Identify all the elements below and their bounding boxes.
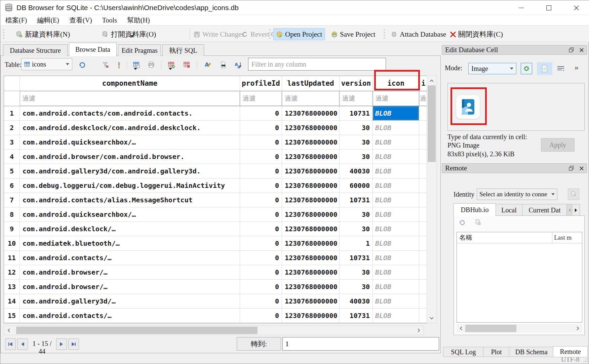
row-number-cell[interactable]: 7 [4,193,20,207]
remote-refresh-button[interactable] [459,219,465,226]
cell-profileId[interactable]: 0 [240,309,282,323]
cell-componentName[interactable]: com.mediatek.bluetooth/… [20,236,240,251]
cell-icon-blob[interactable]: BLOB [373,251,419,265]
row-number-cell[interactable]: 8 [4,207,20,222]
new-database-button[interactable]: 新建資料庫(N) [16,29,70,39]
cell-lastUpdated[interactable]: 1230768000000 [282,280,340,294]
toolbar-drag-handle[interactable] [269,29,271,39]
column-header-profileId[interactable]: profileId [240,76,282,91]
cell-componentName[interactable]: com.android.gallery3d/com.android.galler… [20,164,240,178]
tab-execute-sql[interactable]: 執行 SQL [162,44,204,56]
cell-lastUpdated[interactable]: 1230768000000 [282,178,340,193]
filter-cell-icon[interactable]: 過濾 [373,91,419,106]
word-wrap-button[interactable] [556,65,566,73]
cell-version[interactable]: 1 [340,236,373,251]
menu-edit[interactable]: 編輯(E) [32,15,64,26]
cell-profileId[interactable]: 0 [240,121,282,135]
cell-version[interactable]: 10731 [340,106,373,121]
cell-profileId[interactable]: 0 [240,265,282,280]
bottom-tab-db-schema[interactable]: DB Schema [509,347,554,357]
row-number-cell[interactable]: 13 [4,280,20,294]
menu-view[interactable]: 查看(V) [64,15,97,26]
row-number-cell[interactable]: 9 [4,222,20,236]
row-number-cell[interactable]: 1 [4,106,20,121]
cell-icon-blob[interactable]: BLOB [373,150,419,164]
toolbar-drag-handle[interactable] [3,29,4,39]
float-panel-icon[interactable] [569,47,574,52]
scroll-left-arrow[interactable] [5,326,13,335]
refresh-button[interactable] [77,60,87,70]
horizontal-scrollbar-thumb[interactable] [465,325,516,332]
scroll-right-arrow[interactable] [415,326,423,335]
cell-componentName[interactable]: com.android.browser/… [20,265,240,280]
cell-icon-blob[interactable]: BLOB [373,265,419,280]
cell-version[interactable]: 30 [340,121,373,135]
save-results-dropdown-arrow[interactable] [134,70,137,76]
remote-name-column-header[interactable]: 名稱 [457,232,552,243]
cell-componentName[interactable]: com.debug.loggerui/com.debug.loggerui.Ma… [20,178,240,193]
cell-profileId[interactable]: 0 [240,207,282,222]
edit-cell-font-button[interactable]: A [203,60,213,70]
find-in-cells-button[interactable] [218,60,228,70]
row-number-cell[interactable]: 15 [4,309,20,323]
cell-profileId[interactable]: 0 [240,236,282,251]
filter-cell-profileId[interactable]: 過濾 [240,91,282,106]
print-button[interactable] [146,60,156,70]
filter-any-column-input[interactable] [248,58,386,71]
cell-partial[interactable] [419,294,427,309]
corner-header[interactable] [4,76,20,91]
cell-partial[interactable] [419,265,427,280]
row-number-cell[interactable]: 14 [4,294,20,309]
column-header-partial[interactable]: i [419,76,427,91]
cell-componentName[interactable]: com.android.quicksearchbox/… [20,207,240,222]
first-page-button[interactable] [5,338,16,350]
cell-version[interactable]: 30 [340,265,373,280]
cell-icon-blob[interactable]: BLOB [373,178,419,193]
cell-partial[interactable] [419,150,427,164]
cell-componentName[interactable]: com.android.contacts/… [20,309,240,323]
mode-combobox[interactable]: Image [468,63,516,74]
toolbar-overflow-button[interactable]: » [575,63,579,72]
cell-version[interactable]: 10731 [340,309,373,323]
cell-version[interactable]: 30 [340,135,373,150]
cell-icon-blob[interactable]: BLOB [373,164,419,178]
goto-input[interactable] [282,337,439,351]
goto-button[interactable]: 轉到: [237,337,281,351]
tab-browse-data[interactable]: Browse Data [69,43,117,56]
tab-edit-pragmas[interactable]: Edit Pragmas [118,44,161,56]
sort-button[interactable]: Aa [233,60,243,70]
row-number-cell[interactable]: 2 [4,121,20,135]
cell-version[interactable]: 30 [340,280,373,294]
cell-version[interactable]: 30 [340,207,373,222]
grid-horizontal-scrollbar[interactable] [4,326,424,335]
clear-filters-button[interactable] [101,60,111,70]
cell-lastUpdated[interactable]: 1230768000000 [282,251,340,265]
cell-lastUpdated[interactable]: 1230768000000 [282,294,340,309]
menu-file[interactable]: 檔案(F) [0,15,32,26]
open-project-button[interactable]: Open Project [273,28,325,40]
cell-version[interactable]: 40030 [340,164,373,178]
cell-icon-blob[interactable]: BLOB [373,207,419,222]
cell-lastUpdated[interactable]: 1230768000000 [282,150,340,164]
cell-componentName[interactable]: com.android.contacts/alias.MessageShortc… [20,193,240,207]
remote-tab-dbhub[interactable]: DBHub.io [454,203,496,216]
row-number-cell[interactable]: 5 [4,164,20,178]
cell-icon-blob[interactable]: BLOB [373,294,419,309]
cell-lastUpdated[interactable]: 1230768000000 [282,106,340,121]
cell-lastUpdated[interactable]: 1230768000000 [282,135,340,150]
close-database-button[interactable]: 關閉資料庫(C) [450,29,503,39]
remote-dock-titlebar[interactable]: Remote [442,163,587,173]
cell-partial[interactable] [419,135,427,150]
save-project-button[interactable]: Save Project [331,29,376,39]
row-number-cell[interactable]: 6 [4,178,20,193]
cell-lastUpdated[interactable]: 1230768000000 [282,309,340,323]
cell-icon-blob[interactable]: BLOB [373,106,419,121]
cell-componentName[interactable]: com.android.quicksearchbox/… [20,135,240,150]
menu-help[interactable]: 幫助(H) [122,15,155,26]
last-page-button[interactable] [68,338,79,350]
cell-icon-blob[interactable]: BLOB [373,236,419,251]
filter-cell-partial[interactable]: 過濾 [419,91,427,106]
cell-partial[interactable] [419,280,427,294]
cell-profileId[interactable]: 0 [240,222,282,236]
cell-version[interactable]: 10731 [340,251,373,265]
